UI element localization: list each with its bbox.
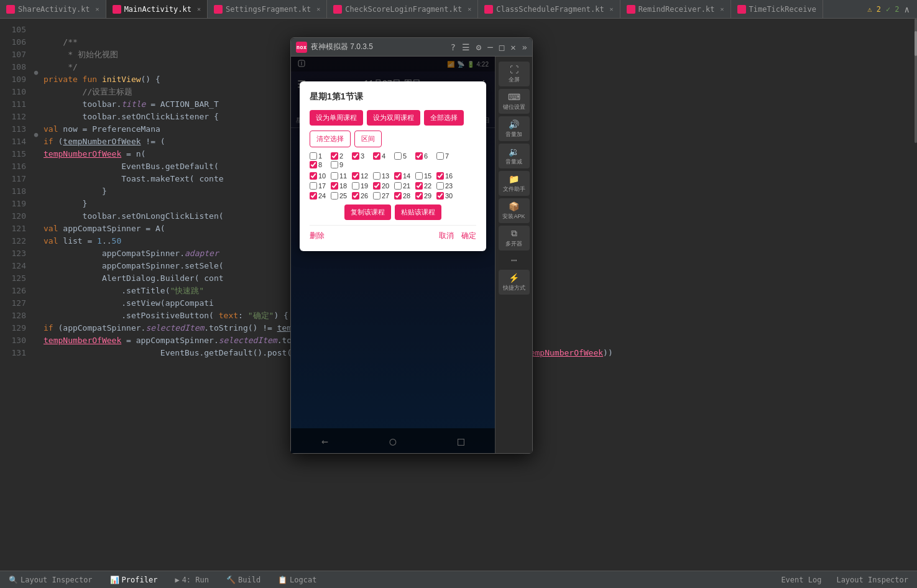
- tab-close-check[interactable]: ✕: [468, 6, 471, 12]
- single-week-btn[interactable]: 设为单周课程: [310, 110, 363, 126]
- more-options-btn[interactable]: ⋯: [511, 254, 517, 266]
- keyboard-btn[interactable]: ⌨ 键位设置: [499, 89, 530, 114]
- check-20[interactable]: [373, 182, 380, 190]
- dialog-box: 星期1第1节课 设为单周课程 设为双周课程 全部选择 清空选择 区间: [300, 81, 486, 251]
- tab-settings[interactable]: SettingsFragment.kt ✕: [208, 0, 327, 18]
- layout-inspector-tab[interactable]: 🔍 Layout Inspector: [5, 574, 96, 586]
- check-9[interactable]: [331, 161, 338, 168]
- check-25[interactable]: [331, 192, 338, 200]
- check-16[interactable]: [436, 172, 444, 180]
- menu-button[interactable]: ☰: [462, 42, 470, 52]
- range-btn[interactable]: 区间: [354, 131, 382, 147]
- checkbox-20: 20: [373, 182, 393, 190]
- tab-close-settings[interactable]: ✕: [316, 6, 320, 12]
- emulator-titlebar: nox 夜神模拟器 7.0.3.5 ? ☰ ⚙ ─ □ ✕ »: [291, 38, 532, 57]
- check-26[interactable]: [352, 192, 359, 200]
- check-24[interactable]: [310, 192, 317, 200]
- tab-timetick[interactable]: TimeTickReceive: [731, 0, 823, 18]
- check-12[interactable]: [352, 172, 359, 180]
- checkbox-14: 14: [394, 172, 414, 180]
- tab-icon-schedule: [484, 5, 493, 14]
- scroll-indicator[interactable]: [915, 19, 917, 143]
- checkbox-29: 29: [415, 192, 435, 200]
- cancel-button[interactable]: 取消: [439, 231, 454, 241]
- double-week-btn[interactable]: 设为双周课程: [367, 110, 420, 126]
- check-17[interactable]: [310, 182, 317, 190]
- check-2[interactable]: [331, 152, 338, 160]
- fullscreen-btn[interactable]: ⛶ 全屏: [499, 62, 530, 86]
- check-11[interactable]: [331, 172, 338, 180]
- close-button[interactable]: ✕: [510, 42, 515, 52]
- select-all-btn[interactable]: 全部选择: [424, 110, 464, 126]
- tab-remind[interactable]: RemindReceiver.kt ✕: [620, 0, 731, 18]
- copy-course-btn[interactable]: 复制该课程: [344, 204, 391, 220]
- multi-open-btn[interactable]: ⧉ 多开器: [499, 226, 530, 250]
- checkbox-2: 2: [331, 152, 351, 160]
- check-19[interactable]: [352, 182, 359, 190]
- check-8[interactable]: [310, 161, 317, 168]
- tab-share-activity[interactable]: ShareActivity.kt ✕: [0, 0, 106, 18]
- checkbox-6: 6: [415, 152, 435, 160]
- tab-icon-settings: [214, 5, 223, 14]
- shortcut-icon: ⚡: [509, 273, 519, 283]
- tab-close-remind[interactable]: ✕: [720, 6, 724, 12]
- tab-close-share[interactable]: ✕: [96, 6, 99, 12]
- line-numbers: 105 106 107 108 109 110 111 112 113 114 …: [0, 19, 31, 571]
- tab-class-schedule[interactable]: ClassScheduleFragment.kt ✕: [478, 0, 620, 18]
- collapse-button[interactable]: »: [522, 42, 527, 52]
- tab-check-score[interactable]: CheckScoreLoginFragment.kt ✕: [327, 0, 478, 18]
- check-23[interactable]: [436, 182, 444, 190]
- check-1[interactable]: [310, 152, 317, 160]
- delete-button[interactable]: 删除: [310, 231, 325, 241]
- layout-inspector-icon: 🔍: [9, 576, 18, 584]
- build-tab[interactable]: 🔨 Build: [223, 574, 264, 586]
- clear-selection-btn[interactable]: 清空选择: [310, 131, 351, 147]
- expand-button[interactable]: ∧: [905, 4, 910, 14]
- check-21[interactable]: [394, 182, 402, 190]
- run-label: 4: Run: [182, 576, 209, 584]
- profiler-tab[interactable]: 📊 Profiler: [106, 574, 162, 586]
- check-7[interactable]: [436, 152, 444, 160]
- check-5[interactable]: [394, 152, 402, 160]
- logcat-tab[interactable]: 📋 Logcat: [274, 574, 320, 586]
- run-tab[interactable]: ▶ 4: Run: [171, 574, 213, 586]
- paste-course-btn[interactable]: 粘贴该课程: [395, 204, 441, 220]
- file-assistant-btn[interactable]: 📁 文件助手: [499, 171, 530, 196]
- emulator-title: 夜神模拟器 7.0.3.5: [311, 42, 373, 52]
- help-button[interactable]: ?: [450, 42, 455, 52]
- check-4[interactable]: [373, 152, 380, 160]
- check-3[interactable]: [352, 152, 359, 160]
- tab-close-main[interactable]: ✕: [197, 6, 201, 12]
- settings-button[interactable]: ⚙: [476, 42, 481, 52]
- check-13[interactable]: [373, 172, 380, 180]
- layout-inspector-btn-right[interactable]: Layout Inspector: [832, 574, 912, 586]
- check-28[interactable]: [394, 192, 402, 200]
- ide-container: ShareActivity.kt ✕ MainActivity.kt ✕ Set…: [0, 0, 917, 588]
- minimize-button[interactable]: ─: [487, 42, 492, 52]
- confirm-button[interactable]: 确定: [461, 231, 476, 241]
- volume-down-btn[interactable]: 🔉 音量减: [499, 144, 530, 168]
- tab-close-schedule[interactable]: ✕: [610, 6, 614, 12]
- tab-main-activity[interactable]: MainActivity.kt ✕: [106, 0, 208, 18]
- checkbox-12: 12: [352, 172, 372, 180]
- maximize-button[interactable]: □: [499, 42, 504, 52]
- emulator-controls: ? ☰ ⚙ ─ □ ✕ »: [450, 42, 527, 52]
- volume-up-btn[interactable]: 🔊 音量加: [499, 116, 530, 141]
- check-22[interactable]: [415, 182, 423, 190]
- install-apk-btn[interactable]: 📦 安装APK: [499, 198, 530, 223]
- event-log-btn[interactable]: Event Log: [777, 574, 825, 586]
- check-15[interactable]: [415, 172, 423, 180]
- check-10[interactable]: [310, 172, 317, 180]
- tab-label-schedule: ClassScheduleFragment.kt: [496, 5, 604, 14]
- checkbox-15: 15: [415, 172, 435, 180]
- check-6[interactable]: [415, 152, 423, 160]
- check-14[interactable]: [394, 172, 402, 180]
- check-30[interactable]: [436, 192, 444, 200]
- check-18[interactable]: [331, 182, 338, 190]
- shortcut-btn[interactable]: ⚡ 快捷方式: [499, 270, 530, 295]
- dialog-overlay: 星期1第1节课 设为单周课程 设为双周课程 全部选择 清空选择 区间: [291, 57, 495, 453]
- check-27[interactable]: [373, 192, 380, 200]
- tab-icon-share: [6, 5, 15, 14]
- multi-icon: ⧉: [511, 228, 517, 239]
- check-29[interactable]: [415, 192, 423, 200]
